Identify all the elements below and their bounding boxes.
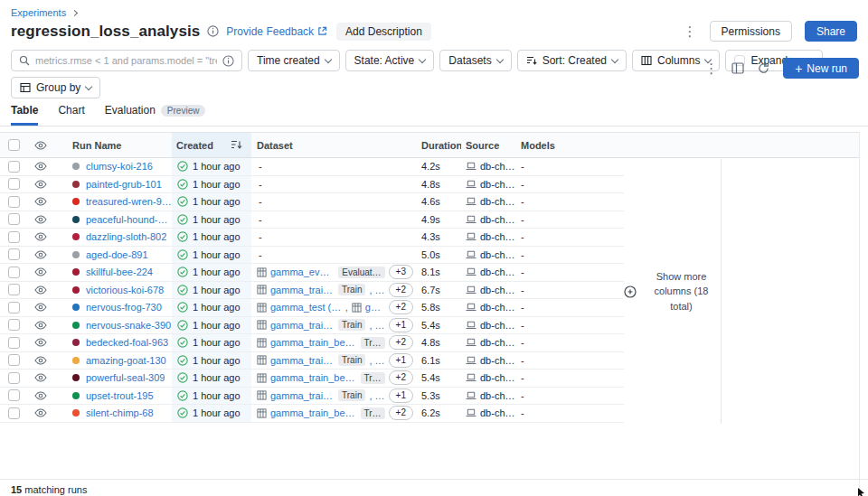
dataset-more-count[interactable]: +1 [389,353,413,368]
run-name-link[interactable]: nervous-snake-390 [86,320,171,331]
run-name-link[interactable]: upset-trout-195 [86,390,154,401]
run-name-link[interactable]: powerful-seal-309 [86,372,165,383]
run-name-link[interactable]: painted-grub-101 [86,179,162,190]
new-run-button[interactable]: + New run [783,58,859,79]
permissions-button[interactable]: Permissions [710,21,792,42]
header-models[interactable]: Models [515,133,624,157]
info-icon[interactable] [207,25,219,37]
row-checkbox[interactable] [8,337,20,349]
dataset-link[interactable]: gamma_train_beta (d5ef20ed) [270,337,357,348]
tab-chart[interactable]: Chart [58,104,84,126]
table-row[interactable]: dazzling-sloth-8021 hour ago-4.3sdb-chen… [0,229,624,247]
run-name-link[interactable]: aged-doe-891 [86,249,148,260]
tab-evaluation[interactable]: Evaluation Preview [105,104,206,126]
dataset-more-count[interactable]: +2 [389,370,413,385]
state-filter[interactable]: State: Active [345,50,435,71]
refresh-icon[interactable] [758,62,769,74]
row-checkbox[interactable] [8,389,20,401]
table-row[interactable]: silent-chimp-681 hour agogamma_train_bet… [0,405,624,423]
dataset-more-count[interactable]: +3 [389,265,413,279]
dataset-link[interactable]: gamma_train (b06b137d) [270,285,335,295]
datasets-filter[interactable]: Datasets [439,50,511,71]
header-created[interactable]: Created [172,133,251,157]
search-info-icon[interactable] [222,55,234,67]
run-name-link[interactable]: clumsy-koi-216 [86,161,153,172]
eye-icon[interactable] [34,250,47,259]
table-row[interactable]: upset-trout-1951 hour agogamma_train (b0… [0,388,624,406]
header-dataset[interactable]: Dataset [251,133,416,157]
row-checkbox[interactable] [8,248,20,260]
breadcrumb-experiments-link[interactable]: Experiments [11,7,66,18]
eye-icon[interactable] [34,267,47,276]
eye-icon[interactable] [34,162,47,171]
overflow-menu-icon[interactable]: ⋮ [684,24,697,38]
row-checkbox[interactable] [8,407,20,419]
dataset-more-count[interactable]: +2 [389,283,413,297]
header-source[interactable]: Source [461,133,515,157]
row-checkbox[interactable] [8,319,20,331]
eye-icon[interactable] [34,391,47,400]
run-name-link[interactable]: amazing-goat-130 [86,355,166,366]
dataset-link[interactable]: gamma_train (b06b137d) [270,355,335,366]
dataset-link[interactable]: gamma_train (b06b137d) [270,320,335,331]
run-name-link[interactable]: victorious-koi-678 [86,285,164,295]
table-row[interactable]: nervous-snake-3901 hour agogamma_train (… [0,317,624,335]
dataset-link[interactable]: gam… [365,302,385,313]
run-name-link[interactable]: peaceful-hound-944 [86,214,172,225]
dataset-more-count[interactable]: +2 [389,335,413,350]
row-checkbox[interactable] [8,284,20,295]
provide-feedback-link[interactable]: Provide Feedback [226,25,314,38]
eye-icon[interactable] [34,373,47,382]
table-row[interactable]: victorious-koi-6781 hour agogamma_train … [0,282,624,300]
search-input[interactable] [35,55,217,66]
run-name-link[interactable]: skillful-bee-224 [86,267,153,277]
sort-desc-icon[interactable] [231,140,242,150]
row-checkbox[interactable] [8,213,20,225]
eye-icon[interactable] [34,356,47,365]
add-description-button[interactable]: Add Description [336,23,431,41]
eye-icon[interactable] [34,232,47,241]
dataset-more-count[interactable]: +1 [389,388,413,403]
run-name-link[interactable]: nervous-frog-730 [86,302,162,313]
row-checkbox[interactable] [8,354,20,366]
eye-icon[interactable] [34,197,47,206]
dataset-more-count[interactable]: +2 [389,300,413,314]
eye-icon[interactable] [34,141,47,150]
eye-icon[interactable] [34,285,47,295]
row-checkbox[interactable] [8,178,20,190]
table-row[interactable]: painted-grub-1011 hour ago-4.8sdb-chen…- [0,176,624,194]
row-checkbox[interactable] [8,372,20,384]
table-row[interactable]: treasured-wren-9321 hour ago-4.6sdb-chen… [0,193,624,211]
dataset-more-count[interactable]: +1 [389,318,413,332]
row-checkbox[interactable] [8,231,20,243]
eye-icon[interactable] [34,408,47,417]
time-created-filter[interactable]: Time created [248,50,340,71]
tab-table[interactable]: Table [11,104,38,126]
dataset-link[interactable]: gamma_train_beta (d5ef20ed) [270,407,357,418]
run-name-link[interactable]: treasured-wren-932 [86,196,172,207]
side-panel-icon[interactable] [731,62,744,74]
table-row[interactable]: skillful-bee-2241 hour agogamma_eval (80… [0,264,624,282]
row-checkbox[interactable] [8,196,20,208]
dataset-link[interactable]: gamma_eval (80038a42) [270,267,335,277]
select-all-checkbox[interactable] [8,139,20,151]
eye-icon[interactable] [34,215,47,224]
share-button[interactable]: Share [805,21,857,42]
header-run-name[interactable]: Run Name [54,133,172,157]
more-actions-icon[interactable]: ⋮ [704,61,718,75]
dataset-link[interactable]: gamma_train (b06b137d) [270,390,335,401]
header-duration[interactable]: Duration [416,133,461,157]
eye-icon[interactable] [34,338,47,347]
table-row[interactable]: powerful-seal-3091 hour agogamma_train_b… [0,370,624,388]
dataset-more-count[interactable]: +2 [389,406,413,420]
show-more-columns-label[interactable]: Show more columns (18 total) [642,269,721,314]
run-name-link[interactable]: dazzling-sloth-802 [86,231,166,242]
row-checkbox[interactable] [8,161,20,173]
row-checkbox[interactable] [8,267,20,278]
table-row[interactable]: peaceful-hound-9441 hour ago-4.9sdb-chen… [0,211,624,229]
show-more-columns[interactable]: Show more columns (18 total) [624,159,722,424]
group-by-dropdown[interactable]: Group by [11,77,100,98]
sort-dropdown[interactable]: Sort: Created [517,50,627,71]
run-name-link[interactable]: bedecked-foal-963 [86,337,168,348]
eye-icon[interactable] [34,321,47,330]
